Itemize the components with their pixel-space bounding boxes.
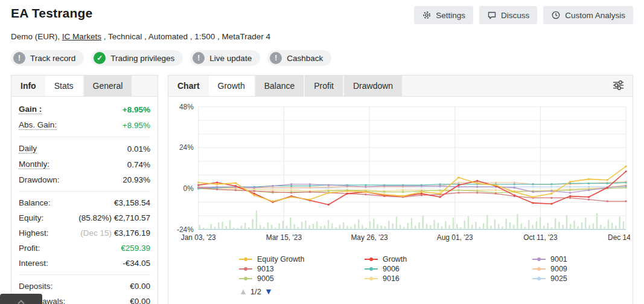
volume-bar <box>252 219 253 230</box>
x-axis-tick-label: Aug 01, '23 <box>437 233 473 242</box>
series-marker <box>550 183 552 185</box>
account-details: , Technical , Automated , 1:500 , MetaTr… <box>101 32 270 41</box>
settings-button[interactable]: Settings <box>414 6 473 24</box>
live-update-badge[interactable]: !Live update <box>190 50 260 66</box>
legend-item-9005[interactable]: 9005 <box>239 274 365 283</box>
volume-bar <box>350 227 351 229</box>
trading-privileges-badge[interactable]: ✓Trading privileges <box>91 50 183 66</box>
series-marker <box>625 187 627 189</box>
legend-item-9025[interactable]: 9025 <box>532 274 630 283</box>
volume-bar <box>377 224 378 229</box>
series-marker <box>532 202 534 204</box>
volume-bar <box>214 227 215 229</box>
legend-page-up-icon[interactable]: ▲ <box>239 286 247 296</box>
header-buttons: SettingsDiscussCustom Analysis <box>414 6 633 24</box>
discuss-button[interactable]: Discuss <box>479 6 537 24</box>
main-content: InfoStatsGeneral Gain :+8.95%Abs. Gain:+… <box>0 75 644 304</box>
stat-row-daily: Daily0.01% <box>19 141 150 157</box>
volume-bar <box>278 224 279 230</box>
volume-bar <box>388 221 389 229</box>
series-marker <box>532 191 534 193</box>
series-marker <box>272 185 274 187</box>
custom-analysis-button[interactable]: Custom Analysis <box>543 6 633 24</box>
volume-bar <box>581 222 582 230</box>
legend-item-equity-growth[interactable]: Equity Growth <box>239 255 365 264</box>
stat-row-balance: Balance:€3,158.54 <box>19 195 150 210</box>
button-label: Settings <box>436 11 465 20</box>
track-record-badge[interactable]: !Track record <box>11 50 84 66</box>
volume-bar <box>608 219 609 229</box>
volume-bar <box>396 216 397 229</box>
back-to-top-button[interactable] <box>0 294 42 304</box>
legend-item-9006[interactable]: 9006 <box>365 265 532 273</box>
series-marker <box>197 182 199 184</box>
volume-bar <box>237 228 238 229</box>
series-marker <box>402 185 404 187</box>
volume-bar <box>328 220 329 229</box>
legend-item-9009[interactable]: 9009 <box>532 265 630 273</box>
volume-bar <box>524 227 526 229</box>
cashback-badge[interactable]: !Cashback <box>267 50 331 66</box>
volume-bar <box>248 227 249 229</box>
stat-value: (Dec 15)€3,176.19 <box>80 228 150 238</box>
sidebar-tab-stats[interactable]: Stats <box>45 76 83 96</box>
volume-bar <box>263 227 264 229</box>
series-marker <box>457 184 459 186</box>
volume-bar <box>313 224 314 230</box>
sidebar-tab-info: Info <box>11 76 45 96</box>
exclamation-icon: ! <box>270 52 282 64</box>
volume-bar <box>324 225 325 229</box>
volume-bar <box>441 226 442 229</box>
volume-bar <box>244 223 246 230</box>
series-marker <box>495 193 497 195</box>
volume-bar <box>438 223 439 230</box>
chart-legend: Equity GrowthGrowth900190139006900990059… <box>239 255 630 283</box>
volume-bar <box>369 222 371 230</box>
volume-bar <box>286 225 287 229</box>
broker-link[interactable]: IC Markets <box>62 32 101 41</box>
legend-page-down-icon[interactable]: ▼ <box>264 286 273 296</box>
stat-row-interest: Interest:-€34.05 <box>19 256 150 271</box>
series-marker <box>569 183 571 184</box>
legend-item-growth[interactable]: Growth <box>365 255 532 264</box>
stats-sidebar: InfoStatsGeneral Gain :+8.95%Abs. Gain:+… <box>11 75 158 304</box>
volume-bar <box>468 216 469 230</box>
x-axis-tick-label: Dec 14, '23 <box>608 233 630 242</box>
sidebar-tab-general[interactable]: General <box>84 76 132 96</box>
volume-bar <box>290 218 291 230</box>
legend-pagination: ▲ 1/2 ▼ <box>239 286 630 296</box>
volume-bar <box>558 222 560 230</box>
series-marker <box>253 193 255 195</box>
series-marker <box>253 189 255 190</box>
series-marker <box>569 197 571 199</box>
legend-marker <box>532 268 546 270</box>
series-marker <box>439 183 441 185</box>
chart-tabstrip: ChartGrowthBalanceProfitDrawdown <box>168 76 633 97</box>
stat-row-highest: Highest:(Dec 15)€3,176.19 <box>19 225 150 241</box>
badge-label: Cashback <box>287 54 323 63</box>
legend-item-9001[interactable]: 9001 <box>532 255 630 264</box>
series-marker <box>290 183 292 185</box>
legend-label: 9025 <box>550 274 567 283</box>
stat-value: 0.01% <box>127 144 150 154</box>
chart-tab-drawdown[interactable]: Drawdown <box>344 76 402 96</box>
volume-bar <box>305 221 306 230</box>
chart-tab-balance[interactable]: Balance <box>255 76 304 96</box>
chart-tab-profit[interactable]: Profit <box>305 76 343 96</box>
series-marker <box>550 197 552 199</box>
legend-item-9016[interactable]: 9016 <box>365 274 532 283</box>
series-marker <box>532 196 534 198</box>
legend-item-9013[interactable]: 9013 <box>239 265 365 273</box>
page-header: EA Testrange SettingsDiscussCustom Analy… <box>0 0 644 24</box>
series-marker <box>588 196 590 198</box>
volume-bar <box>199 225 200 230</box>
volume-bar <box>320 226 321 229</box>
chart-tab-growth[interactable]: Growth <box>209 76 254 96</box>
series-marker <box>309 183 311 185</box>
volume-bar <box>381 225 382 229</box>
series-marker <box>290 187 292 189</box>
volume-bar <box>282 221 284 229</box>
volume-bar <box>596 213 598 230</box>
chart-filter-button[interactable] <box>604 76 633 96</box>
stat-note: (Dec 15) <box>80 228 112 238</box>
